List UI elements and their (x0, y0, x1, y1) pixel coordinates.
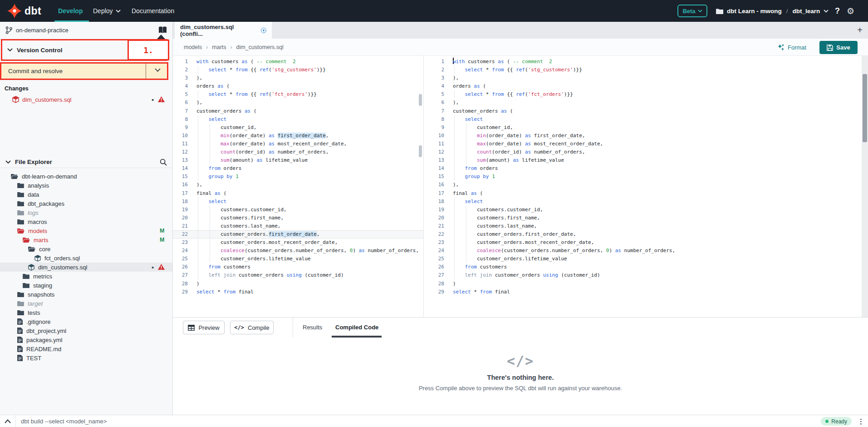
tree-item--gitignore[interactable]: .gitignore (0, 317, 172, 326)
code-line-25: 25 customer_orders.lifetime_value (173, 255, 423, 263)
code-line-29: 29select * from final (173, 288, 423, 296)
tree-item-metrics[interactable]: metrics (0, 272, 172, 281)
tab-dim-customers[interactable]: dim_customers.sql (confli... (175, 22, 272, 39)
right-scrollbar-thumb[interactable] (863, 74, 867, 142)
line-number: 25 (429, 255, 444, 263)
tree-item-fct-orders-sql[interactable]: fct_orders.sql (0, 253, 172, 263)
tree-item-label: fct_orders.sql (44, 255, 80, 262)
tree-item-tests[interactable]: tests (0, 308, 172, 317)
status-bar: dbt build --select <model_name> Ready ⋮ (0, 415, 868, 427)
line-number: 22 (429, 230, 444, 238)
model-cube-icon (28, 264, 34, 271)
line-number: 21 (173, 222, 188, 230)
code-line-2: 2 select * from {{ ref('stg_customers')}… (429, 66, 862, 74)
tab-compiled-code[interactable]: Compiled Code (335, 318, 378, 338)
code-line-23: 23 customer_orders.most_recent_order_dat… (429, 238, 862, 247)
commit-button-divider (146, 64, 146, 79)
editor-pane-left[interactable]: 1with customers as ( -- comment 22 selec… (173, 56, 424, 317)
editor-pane-right[interactable]: 1with customers as ( -- comment 22 selec… (429, 56, 862, 317)
editor-tab-bar: dim_customers.sql (confli... + (173, 22, 868, 39)
code-line-14: 14 from orders (173, 164, 423, 173)
code-line-11: 11 max(order_date) as most_recent_order_… (173, 140, 423, 148)
tree-item-core[interactable]: core (0, 244, 172, 253)
tree-item-snapshots[interactable]: snapshots (0, 290, 172, 299)
nav-deploy[interactable]: Deploy (93, 0, 121, 22)
line-number: 8 (429, 115, 444, 124)
line-number: 11 (429, 140, 444, 148)
tree-item-label: logs (28, 209, 39, 216)
tree-item-staging[interactable]: staging (0, 281, 172, 290)
search-icon[interactable] (160, 159, 167, 166)
line-number: 7 (429, 107, 444, 115)
code-line-12: 12 count(order_id) as number_of_orders, (429, 148, 862, 156)
docs-book-icon[interactable] (158, 26, 167, 34)
file-explorer-header[interactable]: File Explorer (0, 156, 172, 168)
tree-item-dbt-packages[interactable]: dbt_packages (0, 199, 172, 208)
model-cube-icon (34, 255, 41, 262)
help-button[interactable]: ? (835, 0, 840, 22)
chevron-down-icon[interactable] (155, 68, 161, 72)
version-control-annotation-box: Version Control 1. (1, 39, 167, 61)
tree-item-label: core (39, 246, 50, 253)
preview-button[interactable]: Preview (183, 321, 225, 334)
tree-item-label: dbt_project.yml (26, 328, 66, 334)
tree-item-test[interactable]: TEST (0, 353, 172, 362)
line-number: 1 (429, 58, 444, 66)
nav-documentation[interactable]: Documentation (132, 0, 174, 22)
breadcrumb-models[interactable]: models (184, 44, 202, 50)
new-tab-button[interactable]: + (857, 22, 863, 39)
left-scrollbar-mark[interactable] (419, 145, 422, 157)
line-number: 10 (173, 132, 188, 140)
breadcrumb-marts[interactable]: marts (212, 44, 226, 50)
tree-item-marts[interactable]: martsM (0, 235, 172, 244)
tree-item-logs[interactable]: logs (0, 208, 172, 217)
tree-item-target[interactable]: target (0, 299, 172, 308)
tree-item-macros[interactable]: macros (0, 217, 172, 226)
commit-and-resolve-button[interactable]: Commit and resolve (1, 64, 167, 79)
dbt-logo[interactable]: dbt (7, 4, 41, 18)
breadcrumb-slash: / (785, 8, 789, 15)
status-badge: Ready (821, 417, 852, 426)
format-button[interactable]: Format (777, 39, 806, 56)
code-line-27: 27 left join customer_orders using (cust… (173, 271, 423, 279)
tree-item-dbt-project-yml[interactable]: dbt_project.yml (0, 326, 172, 335)
tree-item-models[interactable]: modelsM (0, 226, 172, 235)
command-input[interactable]: dbt build --select <model_name> (21, 415, 107, 427)
line-number: 18 (173, 198, 188, 206)
line-number: 17 (429, 189, 444, 198)
kebab-menu-icon[interactable]: ⋮ (858, 415, 864, 427)
code-line-16: 16), (173, 181, 423, 189)
tree-item-label: dbt_packages (28, 200, 64, 207)
tree-item-dim-customers-sql[interactable]: dim_customers.sql• (0, 263, 172, 272)
line-number: 11 (173, 140, 188, 148)
code-line-16: 16), (429, 181, 862, 189)
code-line-10: 10 min(order_date) as first_order_date, (429, 132, 862, 140)
folder-icon (17, 292, 24, 297)
code-line-18: 18 select (173, 198, 423, 206)
left-scrollbar-mark[interactable] (419, 94, 422, 106)
empty-state-subtitle: Press Compile above to preview the SQL d… (173, 385, 868, 392)
version-control-header[interactable]: Version Control (7, 40, 63, 60)
tree-item-data[interactable]: data (0, 190, 172, 199)
tree-item-dbt-learn-on-demand[interactable]: dbt-learn-on-demand (0, 172, 172, 181)
save-button[interactable]: Save (819, 41, 858, 54)
tree-item-analysis[interactable]: analysis (0, 181, 172, 190)
changed-file-row[interactable]: dim_customers.sql • (0, 94, 172, 104)
tree-item-readme-md[interactable]: README.md (0, 344, 172, 353)
beta-dropdown[interactable]: Beta (677, 5, 707, 17)
right-scrollbar-track[interactable] (862, 56, 868, 317)
develop-active-underline (54, 20, 89, 22)
nav-develop[interactable]: Develop (58, 0, 83, 22)
expand-panel-caret-icon[interactable] (5, 415, 11, 427)
branch-row[interactable]: on-demand-practice (0, 22, 172, 38)
compile-button[interactable]: </> Compile (230, 321, 274, 334)
code-right: 1with customers as ( -- comment 22 selec… (429, 56, 862, 296)
folder-open-icon (28, 246, 35, 252)
account-project-switcher[interactable]: dbt Learn - mwong / dbt_learn (716, 0, 829, 22)
tab-results[interactable]: Results (303, 318, 322, 338)
code-line-25: 25 customer_orders.lifetime_value (429, 255, 862, 263)
breadcrumb-file[interactable]: dim_customers.sql (236, 44, 284, 50)
settings-gear-icon[interactable]: ⚙ (847, 0, 854, 22)
tree-item-packages-yml[interactable]: packages.yml (0, 335, 172, 344)
code-line-20: 20 customers.first_name, (429, 214, 862, 222)
